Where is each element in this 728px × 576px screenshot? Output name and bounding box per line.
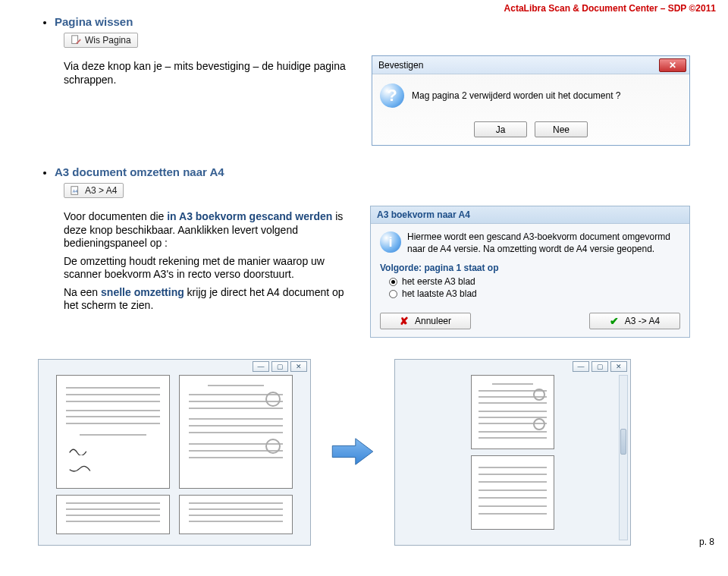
info-icon: i: [380, 231, 401, 253]
scrollbar[interactable]: [619, 375, 628, 540]
section-title-a3: A3 document omzetten naar A4: [55, 165, 690, 178]
a3-page-left-bottom: [56, 495, 170, 534]
a3-a4-button[interactable]: A4 A3 > A4: [64, 183, 124, 198]
a3-page-right-bottom: [179, 495, 293, 534]
panel-convert-label: A3 -> A4: [625, 316, 660, 326]
panel-cancel-label: Annuleer: [415, 316, 451, 326]
dialog-message: Mag pagina 2 verwijderd worden uit het d…: [412, 90, 621, 101]
close-icon: ✕: [669, 60, 676, 71]
delete-page-icon: [71, 35, 81, 46]
check-icon: ✔: [610, 315, 619, 327]
panel-infotext: Hiermee wordt een gescand A3-boekvorm do…: [407, 231, 680, 255]
radio-icon: [389, 290, 397, 298]
scrollbar-thumb[interactable]: [620, 429, 626, 455]
panel-cancel-button[interactable]: ✘ Annuleer: [380, 313, 471, 329]
a3-page-left-top: [56, 375, 170, 489]
wis-pagina-label: Wis Pagina: [85, 35, 131, 46]
cancel-icon: ✘: [400, 315, 409, 327]
a3-a4-label: A3 > A4: [85, 185, 117, 196]
dialog-close-button[interactable]: ✕: [659, 58, 686, 72]
section2-p3: Na een snelle omzetting krijg je direct …: [64, 286, 356, 313]
a3a4-icon: A4: [71, 185, 81, 196]
window-min-button[interactable]: —: [573, 361, 589, 372]
window-min-button[interactable]: —: [253, 361, 269, 372]
window-close-button[interactable]: ✕: [290, 361, 307, 372]
preview-window-a3: — ▢ ✕: [38, 359, 311, 546]
bullet-list: Pagina wissen: [38, 15, 690, 28]
window-close-button[interactable]: ✕: [610, 361, 627, 372]
section2-p2: De omzetting houdt rekening met de manie…: [64, 255, 356, 282]
a3-page-right-top: [179, 375, 293, 489]
page-header: ActaLibra Scan & Document Center – SDP ©…: [504, 3, 716, 14]
svg-text:A4: A4: [73, 189, 78, 194]
window-max-button[interactable]: ▢: [271, 361, 288, 372]
panel-header: A3 boekvorm naar A4: [371, 206, 689, 224]
radio-first-label: het eerste A3 blad: [402, 276, 475, 287]
dialog-no-button[interactable]: Nee: [535, 121, 588, 137]
panel-volgorde-label: Volgorde: pagina 1 staat op: [380, 263, 680, 273]
arrow-icon: [331, 436, 375, 470]
section2-p1: Voor documenten die in A3 boekvorm gesca…: [64, 210, 356, 250]
radio-last-label: het laatste A3 blad: [402, 288, 477, 299]
dialog-title: Bevestigen: [378, 60, 423, 71]
wis-pagina-button[interactable]: Wis Pagina: [64, 33, 138, 48]
radio-last-a3[interactable]: het laatste A3 blad: [389, 288, 680, 299]
window-max-button[interactable]: ▢: [592, 361, 608, 372]
confirm-dialog: Bevestigen ✕ ? Mag pagina 2 verwijderd w…: [372, 55, 690, 146]
preview-window-a4: — ▢ ✕: [394, 359, 631, 546]
page-number: p. 8: [699, 537, 714, 547]
a3-panel: A3 boekvorm naar A4 i Hiermee wordt een …: [370, 206, 690, 338]
radio-first-a3[interactable]: het eerste A3 blad: [389, 276, 680, 287]
dialog-yes-button[interactable]: Ja: [474, 121, 527, 137]
panel-convert-button[interactable]: ✔ A3 -> A4: [589, 313, 680, 329]
a4-page-1: [471, 375, 554, 449]
bullet-list-2: A3 document omzetten naar A4: [38, 165, 690, 178]
conversion-illustration: — ▢ ✕: [38, 359, 690, 546]
section1-desc: Via deze knop kan je – mits bevestiging …: [64, 60, 358, 87]
radio-icon: [389, 278, 397, 286]
a4-page-2: [471, 455, 554, 530]
question-icon: ?: [380, 83, 404, 108]
section-title-pagina-wissen: Pagina wissen: [55, 15, 690, 28]
